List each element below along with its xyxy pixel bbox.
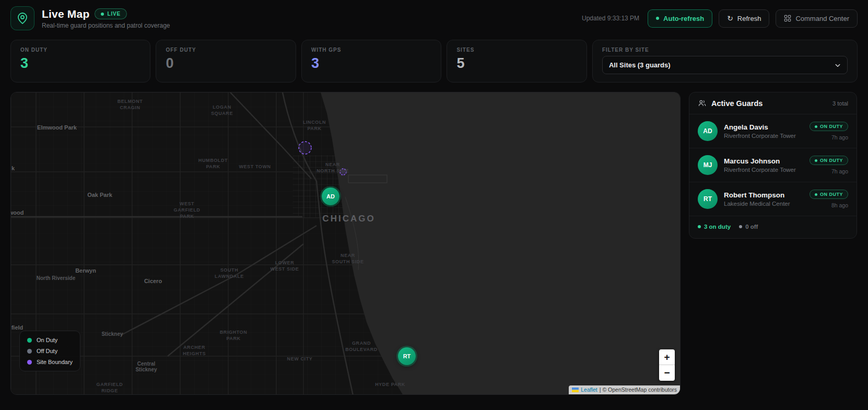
guard-site: Lakeside Medical Center [724,201,790,207]
stat-label: OFF DUTY [166,47,286,53]
last-seen: 7h ago [831,168,848,174]
guards-summary-footer: 3 on duty 0 off [689,216,857,238]
stat-value: 3 [20,56,140,71]
off-duty-dot-icon [739,225,742,228]
osm-attribution-text: | © OpenStreetMap contributors [600,386,677,393]
stat-card-sites: SITES 5 [447,40,587,83]
title-block: Live Map LIVE Real-time guard positions … [42,8,170,29]
stat-card-on-duty: ON DUTY 3 [10,40,150,83]
live-badge: LIVE [95,8,126,19]
guard-info: Marcus Johnson Riverfront Corporate Towe… [724,157,796,173]
on-duty-count-label: 3 on duty [704,224,731,230]
guard-name: Robert Thompson [724,191,790,199]
status-dot-icon [815,159,817,162]
status-badge: ON DUTY [810,190,848,199]
guard-site: Riverfront Corporate Tower [724,133,796,139]
leaflet-map[interactable]: BELMONT CRAGIN LOGAN SQUARE LINCOLN PARK… [10,92,681,395]
guard-meta: ON DUTY 8h ago [810,190,848,208]
status-dot-icon [815,125,817,128]
last-seen: 8h ago [831,202,848,208]
auto-refresh-button[interactable]: Auto-refresh [648,9,712,28]
guard-info: Robert Thompson Lakeside Medical Center [724,191,790,207]
guard-site: Riverfront Corporate Tower [724,167,796,173]
status-label: ON DUTY [820,158,843,163]
live-map-page: Live Map LIVE Real-time guard positions … [0,0,868,410]
status-dot-icon [815,193,817,196]
off-duty-count-label: 0 off [745,224,758,230]
refresh-button[interactable]: ↻ Refresh [719,9,769,28]
stat-card-with-gps: WITH GPS 3 [301,40,441,83]
guard-info: Angela Davis Riverfront Corporate Tower [724,123,796,139]
guard-row-angela-davis[interactable]: AD Angela Davis Riverfront Corporate Tow… [689,114,857,148]
active-guards-panel: Active Guards 3 total AD Angela Davis Ri… [689,92,857,239]
header-actions: Updated 9:33:13 PM Auto-refresh ↻ Refres… [582,9,858,28]
refresh-label: Refresh [737,15,761,22]
guard-meta: ON DUTY 7h ago [810,122,848,140]
auto-refresh-label: Auto-refresh [663,15,704,22]
zoom-in-button[interactable]: + [659,349,675,365]
leaflet-link[interactable]: Leaflet [581,386,597,393]
guard-meta: ON DUTY 7h ago [810,156,848,174]
updated-timestamp: Updated 9:33:13 PM [582,15,639,22]
stat-value: 0 [166,56,286,71]
users-icon [698,99,707,108]
header-left: Live Map LIVE Real-time guard positions … [10,6,170,30]
legend-item-site-boundary: Site Boundary [27,359,73,365]
command-center-label: Command Center [795,15,849,22]
off-duty-count: 0 off [739,224,758,230]
grid-icon [784,15,791,22]
stat-value: 5 [456,56,577,71]
status-label: ON DUTY [820,192,843,197]
map-legend: On Duty Off Duty Site Boundary [19,331,80,371]
page-title: Live Map [42,8,89,20]
site-boundary-dot-icon [27,360,32,365]
filter-card: FILTER BY SITE All Sites (3 guards) [592,40,858,83]
stat-label: WITH GPS [311,47,431,53]
panel-title: Active Guards [711,99,763,108]
ukraine-flag-icon [572,388,579,392]
stats-row: ON DUTY 3 OFF DUTY 0 WITH GPS 3 SITES 5 … [0,37,868,83]
stat-label: SITES [456,47,577,53]
guard-row-robert-thompson[interactable]: RT Robert Thompson Lakeside Medical Cent… [689,182,857,216]
map-zoom-control: + − [659,349,675,381]
active-guards-header: Active Guards 3 total [689,92,857,114]
filter-label: FILTER BY SITE [602,47,848,53]
live-badge-label: LIVE [107,11,120,17]
legend-label: Site Boundary [37,359,73,365]
map-tiles [11,92,681,395]
status-badge: ON DUTY [810,156,848,165]
chevron-down-icon [835,62,841,68]
auto-refresh-dot-icon [656,17,659,20]
map-pin-icon [10,6,34,30]
last-seen: 7h ago [831,134,848,140]
page-subtitle: Real-time guard positions and patrol cov… [42,22,170,29]
site-filter-value: All Sites (3 guards) [609,61,671,69]
command-center-button[interactable]: Command Center [776,9,858,28]
legend-label: On Duty [37,337,57,343]
zoom-out-button[interactable]: − [659,365,675,381]
site-filter-select[interactable]: All Sites (3 guards) [602,56,848,74]
on-duty-count: 3 on duty [698,224,731,230]
refresh-icon: ↻ [727,15,733,22]
stat-value: 3 [311,56,431,71]
live-dot-icon [101,13,104,16]
map-attribution: Leaflet | © OpenStreetMap contributors [569,385,680,394]
guard-name: Angela Davis [724,123,796,131]
guard-avatar: AD [698,121,718,141]
guards-total: 3 total [832,100,848,107]
main-content: BELMONT CRAGIN LOGAN SQUARE LINCOLN PARK… [0,83,868,395]
off-duty-dot-icon [27,349,32,354]
legend-label: Off Duty [37,348,57,354]
guard-row-marcus-johnson[interactable]: MJ Marcus Johnson Riverfront Corporate T… [689,148,857,182]
guard-avatar: RT [698,189,718,209]
status-badge: ON DUTY [810,122,848,131]
header: Live Map LIVE Real-time guard positions … [0,0,868,37]
stat-label: ON DUTY [20,47,140,53]
guard-avatar: MJ [698,155,718,175]
guard-marker-rt[interactable]: RT [398,347,416,365]
guard-marker-ad[interactable]: AD [322,188,339,205]
guard-name: Marcus Johnson [724,157,796,165]
legend-item-off-duty: Off Duty [27,348,73,354]
status-label: ON DUTY [820,124,843,129]
stat-card-off-duty: OFF DUTY 0 [156,40,296,83]
